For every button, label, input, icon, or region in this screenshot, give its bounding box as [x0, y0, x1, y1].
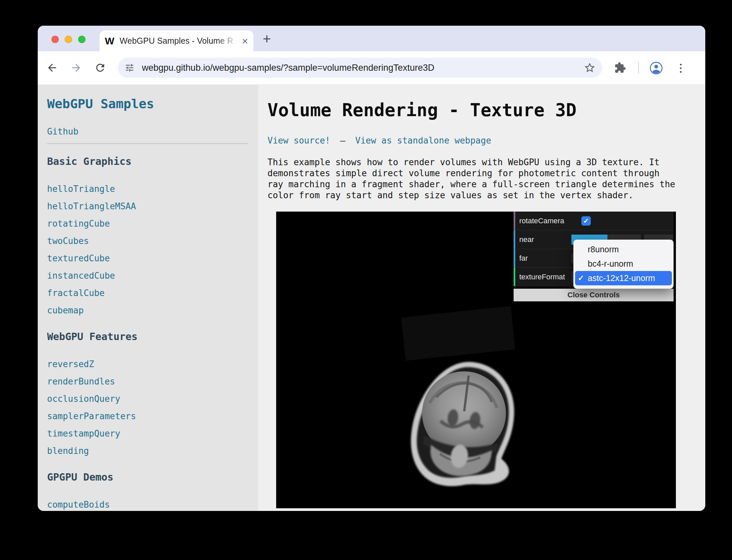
section-heading-gpgpu-demos: GPGPU Demos: [47, 471, 248, 484]
checkmark-icon: ✓: [578, 274, 588, 283]
url-bar[interactable]: webgpu.github.io/webgpu-samples/?sample=…: [118, 58, 602, 78]
sample-list-webgpu-features: reversedZrenderBundlesocclusionQuerysamp…: [47, 355, 248, 460]
tab-strip: W WebGPU Samples - Volume R × +: [38, 26, 705, 51]
sample-link[interactable]: occlusionQuery: [47, 390, 248, 407]
browser-toolbar: webgpu.github.io/webgpu-samples/?sample=…: [38, 51, 705, 84]
site-settings-icon[interactable]: [125, 63, 135, 73]
gui-label-near: near: [519, 235, 534, 244]
gui-label-rotate-camera: rotateCamera: [519, 217, 564, 225]
dropdown-option-astc-12x12-unorm[interactable]: ✓ astc-12x12-unorm: [575, 271, 672, 285]
sample-link[interactable]: samplerParameters: [47, 407, 248, 425]
gui-label-far: far: [519, 254, 528, 263]
close-controls-button[interactable]: Close Controls: [514, 289, 674, 301]
sample-link[interactable]: blending: [47, 442, 248, 460]
sample-link[interactable]: cubemap: [47, 302, 248, 319]
brain-mri-render: [394, 358, 532, 493]
view-source-link[interactable]: View source!: [267, 135, 330, 146]
github-link[interactable]: Github: [47, 126, 248, 137]
sidebar: WebGPU Samples Github Basic Graphics hel…: [38, 85, 258, 511]
extensions-puzzle-icon[interactable]: [614, 62, 626, 74]
sample-link[interactable]: texturedCube: [47, 250, 248, 267]
bookmark-star-icon[interactable]: [584, 62, 595, 73]
volume-bounds-shadow: [401, 306, 515, 361]
section-heading-basic-graphics: Basic Graphics: [47, 155, 248, 168]
page-title: Volume Rendering - Texture 3D: [267, 99, 705, 121]
sample-link[interactable]: fractalCube: [47, 284, 248, 302]
sample-link[interactable]: helloTriangleMSAA: [47, 198, 248, 215]
url-text: webgpu.github.io/webgpu-samples/?sample=…: [142, 63, 584, 73]
new-tab-button[interactable]: +: [259, 31, 274, 47]
section-heading-webgpu-features: WebGPU Features: [47, 330, 248, 343]
dropdown-option-r8unorm[interactable]: r8unorm: [575, 242, 672, 257]
sidebar-divider: [47, 144, 248, 144]
sample-link[interactable]: twoCubes: [47, 232, 248, 250]
sample-link[interactable]: reversedZ: [47, 355, 248, 373]
sample-link[interactable]: instancedCube: [47, 267, 248, 284]
page-content: WebGPU Samples Github Basic Graphics hel…: [38, 85, 705, 511]
toolbar-divider: [638, 62, 639, 73]
standalone-webpage-link[interactable]: View as standalone webpage: [355, 135, 491, 146]
sample-description: This example shows how to render volumes…: [267, 157, 700, 201]
option-label: astc-12x12-unorm: [588, 273, 655, 283]
rotate-camera-checkbox[interactable]: ✓: [581, 216, 591, 226]
site-title: WebGPU Samples: [47, 96, 248, 111]
close-window-button[interactable]: [51, 36, 59, 43]
gui-label-texture-format: textureFormat: [519, 273, 565, 281]
sample-link[interactable]: computeBoids: [47, 496, 248, 511]
menu-kebab-icon[interactable]: [678, 61, 683, 75]
browser-window: W WebGPU Samples - Volume R × + webgpu.g…: [38, 26, 705, 511]
dropdown-option-bc4-r-unorm[interactable]: bc4-r-unorm: [575, 257, 672, 271]
forward-icon[interactable]: [70, 62, 82, 74]
render-canvas[interactable]: rotateCamera ✓ near far textureFor: [276, 212, 676, 508]
window-controls: [51, 36, 85, 43]
sample-link[interactable]: rotatingCube: [47, 215, 248, 232]
link-separator: —: [340, 135, 346, 146]
gui-row-rotate-camera: rotateCamera ✓: [514, 212, 674, 230]
option-label: r8unorm: [588, 245, 619, 254]
minimize-window-button[interactable]: [65, 36, 72, 43]
option-label: bc4-r-unorm: [588, 259, 633, 269]
webgpu-favicon-icon: W: [105, 35, 114, 47]
profile-icon[interactable]: [649, 61, 663, 75]
sample-link[interactable]: helloTriangle: [47, 180, 248, 198]
sample-link[interactable]: timestampQuery: [47, 425, 248, 442]
sample-list-basic-graphics: helloTrianglehelloTriangleMSAArotatingCu…: [47, 180, 248, 319]
source-links: View source! — View as standalone webpag…: [267, 135, 705, 146]
tab-title: WebGPU Samples - Volume R: [120, 36, 238, 46]
main-content: Volume Rendering - Texture 3D View sourc…: [258, 85, 705, 511]
tab-close-icon[interactable]: ×: [242, 36, 248, 46]
sample-link[interactable]: renderBundles: [47, 373, 248, 390]
browser-tab[interactable]: W WebGPU Samples - Volume R ×: [100, 30, 253, 51]
sample-list-gpgpu-demos: computeBoids: [47, 496, 248, 511]
back-icon[interactable]: [46, 62, 58, 74]
reload-icon[interactable]: [94, 62, 106, 74]
texture-format-dropdown: r8unorm bc4-r-unorm ✓ astc-12x12-unorm: [573, 240, 674, 289]
zoom-window-button[interactable]: [78, 36, 85, 43]
